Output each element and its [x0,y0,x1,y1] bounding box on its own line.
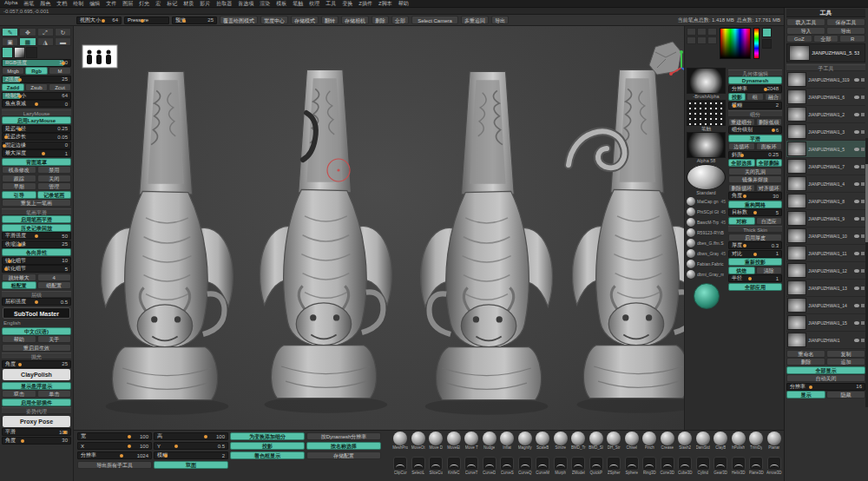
polypaint-icon[interactable] [861,200,865,203]
brush-thumb-Crease[interactable]: Crease [659,431,677,456]
subtool-row-7[interactable]: JIANPUZHWAI1_8 [786,193,865,210]
geo-button-6a[interactable]: 重建细分 [728,118,755,126]
eye-icon[interactable] [854,304,859,307]
brush-thumb-SelectL[interactable]: SelectL [410,456,428,481]
brush-thumb-CurveT[interactable]: CurveT [463,456,481,481]
geo-button-20[interactable]: 启用厚皮 [728,234,782,241]
brush-thumb-TrimDy[interactable]: TrimDy [747,431,766,456]
geo-button-3-2[interactable]: 融合 [765,93,782,101]
scale-icon[interactable]: ⤢ [37,28,54,36]
lp-plugin-39[interactable]: ClayPolish [3,369,70,380]
secondary-swatch[interactable] [26,47,37,58]
slider-锐化细节[interactable]: 锐化细节10 [2,257,71,265]
toolbar-button-6[interactable]: 翻转 [321,16,339,24]
geo-button-1[interactable]: Dynamesh [728,76,782,84]
tool-button-0-1[interactable]: 保存工具 [826,18,865,26]
draw-icon[interactable]: ✎ [2,28,18,36]
eye-icon[interactable] [854,113,859,116]
brush-thumb-Helix3D[interactable]: Helix3D [730,456,748,481]
menu-item-22[interactable]: Z脚本 [378,0,392,8]
polypaint-icon[interactable] [861,148,865,151]
menu-item-15[interactable]: 渲染 [260,0,270,8]
menu-item-2[interactable]: 颜色 [40,0,50,8]
slider-细分级别[interactable]: 细分级别6 [728,126,782,134]
eye-icon[interactable] [854,182,859,186]
lp-button-3-0[interactable]: Mrgb [2,67,24,75]
stroke-preview[interactable]: 笔触 [687,100,726,131]
polypaint-icon[interactable] [861,130,865,134]
slider-分辨率[interactable]: 分辨率1024 [77,451,152,459]
menu-item-5[interactable]: 编辑 [89,0,100,8]
geo-button-11a[interactable]: 全部选择 [728,159,755,167]
tool-palette-title[interactable]: 工具 [786,9,865,17]
geo-button-12[interactable]: 关闭孔洞 [728,168,782,175]
geo-button-26[interactable]: 全部应用 [728,283,782,291]
menu-item-10[interactable]: 标记 [167,0,177,8]
polypaint-icon[interactable] [861,234,865,238]
slider-延迟步长[interactable]: 延迟步长0.05 [2,133,71,141]
lp-button-25[interactable]: 各向异性 [2,248,71,256]
geo-button-8[interactable]: 平滑 [728,135,782,142]
lp-button-17b[interactable]: 管理 [37,182,72,190]
slider-对比[interactable]: 对比1 [728,250,782,258]
brush-thumb-Move T[interactable]: Move T [463,431,481,456]
subtool-row-5[interactable]: JIANPUZHWAI1_7 [786,158,865,175]
lp-button-5-1[interactable]: Zsub [25,83,48,91]
brush-thumb-MoveOt[interactable]: MoveOt [410,431,428,456]
eye-icon[interactable] [854,252,859,255]
menu-item-8[interactable]: 灯光 [139,0,149,8]
brush-thumb-Stnize[interactable]: Stnize [552,431,570,456]
lp-button-29a[interactable]: 粗配置 [2,281,36,289]
brush-thumb-hPolish[interactable]: hPolish [730,431,748,456]
subtool-row-6[interactable]: JIANPUZHWAI1_4 [786,175,865,193]
bottom-button-2[interactable]: 为变换添加细分 [230,432,305,440]
slider-角度[interactable]: 角度30 [2,437,71,445]
lp-button-3-1[interactable]: Rgb [25,67,48,75]
brush-thumb-QuickP[interactable]: QuickP [588,456,606,481]
texture-icon[interactable] [687,36,696,44]
sculpture-view-2[interactable] [260,69,391,412]
slider-X[interactable]: X100 [77,442,152,450]
slider-目标数[interactable]: 目标数5 [728,208,782,216]
bottom-button-6[interactable]: 投影 [230,442,305,450]
stroke-icon[interactable] [697,28,707,36]
move-icon[interactable]: ✥ [19,28,36,36]
brush-thumb-Inflat[interactable]: Inflat [498,431,516,456]
brush-thumb-DamStd[interactable]: DamStd [694,431,713,456]
menu-item-19[interactable]: 工具 [326,0,336,8]
menu-item-12[interactable]: 影片 [200,0,210,8]
slider-预览[interactable]: 预览25 [172,16,217,24]
toolbar-button-3[interactable]: 覆盖绘图模式 [220,16,258,24]
toolbar-button-7[interactable]: 存储相机 [341,16,369,24]
viewport-canvas[interactable] [74,26,684,430]
brush-thumb-Slash2[interactable]: Slash2 [676,431,694,456]
brush-thumb-Gear3D[interactable]: Gear3D [712,456,730,481]
lp-button-21[interactable]: 启用笔画平滑 [2,215,71,223]
brush-thumb-MeshPro[interactable]: MeshPro [391,431,410,456]
menu-item-4[interactable]: 绘制 [73,0,83,8]
subtool-row-15[interactable]: JIANPUZHWAI1 [786,332,865,349]
menu-item-3[interactable]: 文档 [56,0,67,8]
tool-button-0-0[interactable]: 载入工具 [786,18,825,26]
brush-thumb-Chisel[interactable]: Chisel [623,431,641,456]
tp-button-5b[interactable]: 隐藏 [826,391,865,399]
brush-thumb-Sphere[interactable]: Sphere [623,456,641,481]
menu-item-18[interactable]: 纹理 [309,0,319,8]
eye-icon[interactable] [854,78,859,82]
tp-button-1a[interactable]: 删除 [786,358,825,366]
lp-button-9[interactable]: 启用LazyMouse [2,116,71,124]
geo-button-13[interactable]: 镜像并焊接 [728,175,782,183]
lp-button-18a[interactable]: 引导 [2,191,36,199]
eye-icon[interactable] [854,96,859,99]
matcap-item-1[interactable]: PhtSCpl Gb_wss45 [687,207,726,217]
menu-item-16[interactable]: 模板 [276,0,286,8]
brush-thumb-Planar[interactable]: Planar [766,431,784,456]
lp-button-28b[interactable]: 4 [37,273,72,281]
matcap-item-4[interactable]: dbes_G.ffm.S [687,238,726,248]
bottom-button-11[interactable]: 存储配置 [306,451,381,459]
polypaint-icon[interactable] [861,113,865,116]
slider-Pressure[interactable]: Pressure [124,16,169,24]
tp-button-0a[interactable]: 重命名 [786,350,825,358]
geo-button-23[interactable]: 重新投影 [728,258,782,266]
lp-plugin-44[interactable]: Proxy Pose [3,416,70,427]
